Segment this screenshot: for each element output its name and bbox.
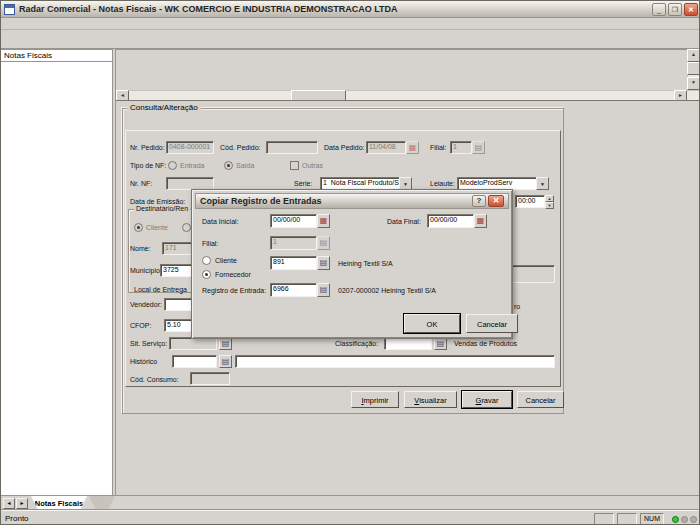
outras-label: Outras [302, 162, 323, 169]
imprimir-button[interactable]: Imprimir [351, 391, 399, 408]
data-pedido-field[interactable]: 11/04/08 [366, 141, 406, 154]
status-cell-1 [594, 513, 614, 525]
nr-pedido-field[interactable]: 0408-000001 [166, 141, 214, 154]
led-off2-icon [690, 516, 697, 523]
num-lock-indicator: NUM [640, 513, 664, 525]
spin-up-icon: ▲ [545, 195, 554, 202]
dialog-filial-field[interactable]: 1 [270, 236, 317, 250]
serie-label: Série: [294, 180, 312, 187]
filial-field[interactable]: 1 [450, 141, 472, 154]
registro-browse-icon[interactable]: ▤ [317, 283, 330, 297]
sheet-prev-icon[interactable]: ◄ [3, 498, 15, 509]
nr-nf-label: Nr. NF: [130, 180, 152, 187]
application-window: Radar Comercial - Notas Fiscais - WK COM… [0, 0, 700, 525]
dest-cliente-label: Cliente [146, 224, 168, 231]
municipio-field[interactable]: 3725 [160, 264, 192, 277]
sheet-tab-stub [89, 496, 115, 510]
data-inicial-calendar-icon[interactable]: ▦ [317, 214, 330, 228]
historico-code-field[interactable] [172, 355, 217, 368]
minimize-icon[interactable]: _ [652, 3, 666, 16]
cfop-label: CFOP: [130, 322, 151, 329]
led-green-icon [672, 516, 679, 523]
copiar-registro-dialog: Copiar Registro de Entradas ? ✕ Data Ini… [191, 189, 513, 339]
entrada-label: Entrada [180, 162, 205, 169]
data-pedido-calendar-icon: ▦ [406, 141, 419, 154]
table-total-row [116, 49, 687, 50]
dialog-ok-button[interactable]: OK [404, 314, 460, 333]
dialog-title: Copiar Registro de Entradas [200, 196, 470, 206]
records-table [116, 49, 687, 50]
cod-pedido-label: Cód. Pedido: [220, 144, 260, 151]
status-cell-2 [617, 513, 637, 525]
hidden-field-fragment [507, 265, 555, 283]
nome-label: Nome: [130, 245, 151, 252]
municipio-label: Município: [130, 267, 162, 274]
nome-field[interactable]: 171 [162, 242, 192, 255]
radio-cliente[interactable] [202, 256, 211, 265]
registro-entrada-label: Registro de Entrada: [202, 287, 266, 294]
spin-down-icon: ▼ [545, 202, 554, 209]
data-final-field[interactable]: 00/00/00 [427, 214, 474, 228]
radio-entrada [168, 161, 177, 170]
filial-label: Filial: [430, 144, 446, 151]
status-bar: Pronto NUM [1, 510, 700, 525]
entity-browse-icon[interactable]: ▤ [317, 256, 330, 270]
cod-consumo-label: Cód. Consumo: [130, 376, 179, 383]
data-pedido-label: Data Pedido: [324, 144, 364, 151]
historico-browse-icon[interactable]: ▤ [219, 355, 232, 368]
sheet-next-icon[interactable]: ► [16, 498, 28, 509]
checkbox-outras [290, 161, 299, 170]
classificacao-label: Classificação: [335, 340, 378, 347]
saida-label: Saída [236, 162, 254, 169]
radio-dest-cliente [134, 223, 143, 232]
close-icon[interactable]: ✕ [684, 3, 698, 16]
dialog-help-icon[interactable]: ? [472, 195, 486, 207]
data-final-calendar-icon[interactable]: ▦ [474, 214, 487, 228]
data-inicial-field[interactable]: 00/00/00 [270, 214, 317, 228]
cod-pedido-field[interactable] [266, 141, 318, 154]
hora-emissao-spinner[interactable]: ▲▼ [545, 195, 554, 208]
sheet-tab-bar: ◄ ► Notas Fiscais [1, 495, 700, 510]
tree-header: Notas Fiscais [1, 49, 113, 62]
dialog-close-icon[interactable]: ✕ [488, 195, 504, 207]
toolbar [1, 30, 700, 49]
dialog-cancelar-button[interactable]: Cancelar [466, 314, 518, 333]
entity-code-field[interactable]: 891 [270, 256, 317, 270]
scroll-up-icon[interactable]: ▲ [687, 49, 700, 62]
groupbox-label: Consulta/Alteração [127, 103, 201, 112]
text-fragment: ro [514, 303, 520, 310]
dialog-filial-label: Filial: [202, 240, 218, 247]
registro-name-text: 0207-000002 Heining Textil S/A [338, 287, 436, 294]
dialog-filial-browse-icon: ▤ [317, 236, 330, 250]
cod-consumo-field[interactable] [190, 372, 230, 385]
leiaute-label: Leiaute: [430, 180, 455, 187]
hora-emissao-field[interactable]: 00:00 [515, 195, 545, 208]
fornecedor-label[interactable]: Fornecedor [215, 271, 251, 278]
gravar-button[interactable]: Gravar [462, 391, 512, 408]
entity-name-text: Heining Textil S/A [338, 260, 393, 267]
nr-pedido-label: Nr. Pedido: [130, 144, 165, 151]
tree-panel [1, 62, 113, 495]
sit-servico-label: Sit. Serviço: [130, 340, 167, 347]
registro-code-field[interactable]: 6966 [270, 283, 317, 297]
leiaute-dropdown-arrow-icon[interactable]: ▼ [536, 177, 549, 190]
sheet-tab-notas-fiscais[interactable]: Notas Fiscais [31, 496, 87, 510]
cliente-label[interactable]: Cliente [215, 257, 237, 264]
window-title: Radar Comercial - Notas Fiscais - WK COM… [19, 4, 650, 14]
classificacao-text: Vendas de Produtos [454, 340, 517, 347]
data-inicial-label: Data Inicial: [202, 218, 239, 225]
cancelar-button[interactable]: Cancelar [517, 391, 564, 408]
historico-label: Histórico [130, 358, 157, 365]
app-icon [4, 4, 15, 15]
vscroll-thumb[interactable] [687, 62, 700, 75]
led-off-icon [681, 516, 688, 523]
scroll-down-icon[interactable]: ▼ [687, 77, 700, 90]
historico-text-field[interactable] [235, 355, 555, 368]
radio-fornecedor[interactable] [202, 270, 211, 279]
destinatario-group-label: Destinatário/Ren [134, 205, 190, 212]
maximize-icon[interactable]: ❐ [668, 3, 682, 16]
title-bar: Radar Comercial - Notas Fiscais - WK COM… [1, 1, 700, 18]
visualizar-button[interactable]: Visualizar [404, 391, 457, 408]
local-entrega-label: Local de Entrega [134, 286, 187, 293]
vendedor-label: Vendedor: [130, 301, 162, 308]
